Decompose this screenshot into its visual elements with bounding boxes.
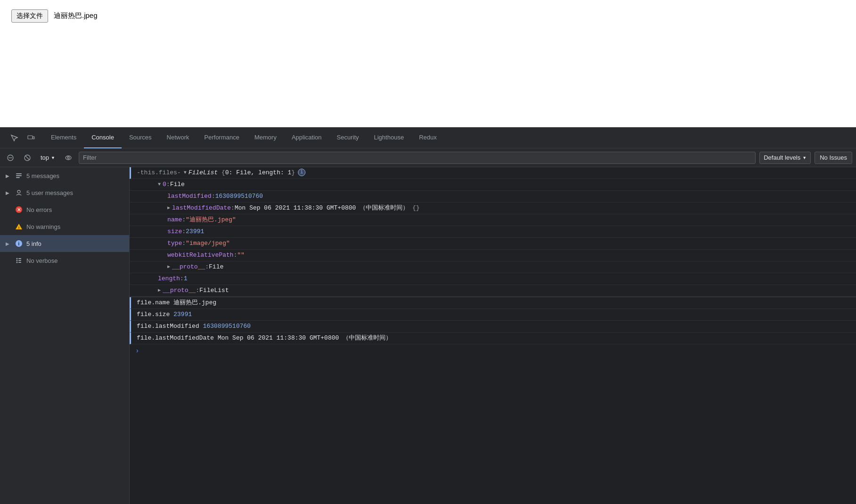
tree-length: length : 1 bbox=[130, 273, 856, 285]
tree-key-name: name bbox=[167, 216, 182, 224]
tree-obj-brace: {} bbox=[409, 204, 420, 212]
tree-colon-proto-file: : bbox=[205, 263, 209, 271]
tree-proto-filelist: ▶ __proto__ : FileList bbox=[130, 285, 856, 297]
sidebar-item-warnings[interactable]: ▶ ! No warnings bbox=[0, 218, 129, 235]
svg-line-5 bbox=[25, 155, 30, 160]
sidebar-errors-label: No errors bbox=[26, 206, 52, 213]
clear-console-icon[interactable] bbox=[4, 151, 17, 164]
log-lmd-label: file.lastModifiedDate bbox=[137, 334, 214, 342]
sidebar-item-user-messages[interactable]: ▶ 5 user messages bbox=[0, 184, 129, 201]
svg-rect-18 bbox=[18, 260, 21, 261]
svg-rect-1 bbox=[33, 137, 34, 139]
tab-redux[interactable]: Redux bbox=[412, 128, 444, 148]
svg-rect-0 bbox=[28, 136, 33, 139]
filelist-expand-icon[interactable]: ▼ bbox=[184, 169, 187, 177]
info-icon: i bbox=[15, 240, 23, 247]
tree-lastmodifieddate: ▶ lastModifiedDate : Mon Sep 06 2021 11:… bbox=[130, 203, 856, 214]
file-choose-button[interactable]: 选择文件 bbox=[11, 9, 48, 23]
expand-messages-icon: ▶ bbox=[6, 173, 11, 179]
sidebar-item-errors[interactable]: ▶ ✕ No errors bbox=[0, 201, 129, 218]
block-icon[interactable] bbox=[21, 151, 34, 164]
svg-point-7 bbox=[67, 157, 69, 159]
console-output[interactable]: -this.files- ▼ FileList { 0: File, lengt… bbox=[130, 167, 856, 504]
tree-key-size: size bbox=[167, 228, 182, 236]
levels-dropdown[interactable]: Default levels ▼ bbox=[759, 152, 811, 164]
tab-lighthouse[interactable]: Lighthouse bbox=[366, 128, 412, 148]
tab-application[interactable]: Application bbox=[284, 128, 329, 148]
sidebar-info-label: 5 info bbox=[26, 240, 41, 247]
svg-point-15 bbox=[16, 260, 18, 261]
log-lmd-value: Mon Sep 06 2021 11:38:30 GMT+0800 （中国标准时… bbox=[214, 334, 392, 342]
svg-text:!: ! bbox=[18, 226, 20, 230]
object-prefix: -this.files- bbox=[137, 169, 181, 177]
devtools-tab-bar: Elements Console Sources Network Perform… bbox=[0, 128, 856, 148]
svg-rect-9 bbox=[16, 175, 22, 176]
tab-memory[interactable]: Memory bbox=[247, 128, 284, 148]
console-line-filelastmodifieddate: file.lastModifiedDate Mon Sep 06 2021 11… bbox=[130, 333, 856, 344]
tab-elements[interactable]: Elements bbox=[43, 128, 84, 148]
info-badge-icon[interactable]: i bbox=[298, 169, 305, 176]
proto-filelist-expand-icon[interactable]: ▶ bbox=[158, 286, 161, 295]
error-icon: ✕ bbox=[15, 206, 23, 213]
messages-icon bbox=[15, 172, 23, 179]
devtools-tab-icons bbox=[4, 131, 41, 145]
levels-label: Default levels bbox=[764, 154, 800, 161]
tree-val-proto-filelist: FileList bbox=[199, 286, 229, 295]
browser-page: 选择文件 迪丽热巴.jpeg bbox=[0, 0, 856, 127]
verbose-icon bbox=[15, 257, 23, 264]
sidebar-item-messages[interactable]: ▶ 5 messages bbox=[0, 167, 129, 184]
console-toolbar: top ▼ Default levels ▼ No Issues bbox=[0, 148, 856, 167]
svg-point-14 bbox=[16, 258, 18, 260]
log-filesize-label: file.size bbox=[137, 310, 170, 319]
tree-key-lastmodified: lastModified bbox=[167, 192, 212, 201]
expand-info-icon: ▶ bbox=[6, 241, 11, 246]
tree-colon-0: : bbox=[166, 180, 170, 189]
sidebar-item-verbose[interactable]: ▶ No verbose bbox=[0, 252, 129, 269]
tree-val-name: "迪丽热巴.jpeg" bbox=[186, 216, 236, 224]
sidebar-user-messages-label: 5 user messages bbox=[26, 189, 73, 196]
svg-point-11 bbox=[17, 190, 20, 193]
user-icon bbox=[15, 189, 23, 196]
tree-val-lmd: Mon Sep 06 2021 11:38:30 GMT+0800 （中国标准时… bbox=[235, 204, 409, 212]
tab-security[interactable]: Security bbox=[329, 128, 366, 148]
tree-val-webkit: "" bbox=[237, 251, 245, 260]
tab-network[interactable]: Network bbox=[159, 128, 197, 148]
context-selector[interactable]: top ▼ bbox=[38, 153, 58, 162]
tree-val-type: "image/jpeg" bbox=[186, 239, 230, 248]
tree-proto-file: ▶ __proto__ : File bbox=[130, 261, 856, 273]
tree-val-file: File bbox=[170, 180, 185, 189]
eye-icon[interactable] bbox=[62, 151, 75, 164]
log-lm-label: file.lastModified bbox=[137, 322, 199, 331]
tree-colon-lm: : bbox=[212, 192, 215, 201]
console-line-filesize: file.size 23991 bbox=[130, 309, 856, 321]
proto-file-expand-icon[interactable]: ▶ bbox=[167, 263, 170, 271]
log-lm-value: 1630899510760 bbox=[199, 322, 251, 331]
tree-colon-name: : bbox=[182, 216, 186, 224]
tab-sources[interactable]: Sources bbox=[122, 128, 159, 148]
filter-input[interactable] bbox=[79, 152, 756, 164]
file-expand-icon[interactable]: ▼ bbox=[158, 180, 161, 189]
sidebar-item-info[interactable]: ▶ i 5 info bbox=[0, 235, 129, 252]
tree-key-proto-filelist: __proto__ bbox=[163, 286, 196, 295]
lastmodifieddate-expand-icon[interactable]: ▶ bbox=[167, 204, 170, 212]
svg-rect-17 bbox=[18, 258, 21, 259]
tree-key-0: 0 bbox=[163, 180, 166, 189]
inspect-element-icon[interactable] bbox=[8, 131, 21, 145]
file-name-display: 迪丽热巴.jpeg bbox=[54, 9, 98, 22]
tab-console[interactable]: Console bbox=[84, 128, 122, 148]
no-issues-button[interactable]: No Issues bbox=[815, 152, 852, 164]
filelist-brace-open: { bbox=[218, 169, 225, 177]
devtools-panel: Elements Console Sources Network Perform… bbox=[0, 127, 856, 504]
tree-webkitrelativepath: webkitRelativePath : "" bbox=[130, 250, 856, 261]
filelist-constructor: FileList bbox=[189, 169, 218, 177]
console-line-filelist-header: -this.files- ▼ FileList { 0: File, lengt… bbox=[130, 167, 856, 179]
context-dropdown-icon: ▼ bbox=[51, 155, 55, 160]
console-prompt-line[interactable]: › bbox=[130, 344, 856, 358]
tree-size: size : 23991 bbox=[130, 226, 856, 238]
levels-dropdown-icon: ▼ bbox=[802, 155, 807, 160]
tree-key-length: length bbox=[158, 275, 180, 283]
log-filesize-value: 23991 bbox=[170, 310, 192, 319]
tree-colon-lmd: : bbox=[231, 204, 235, 212]
tab-performance[interactable]: Performance bbox=[197, 128, 247, 148]
device-toolbar-icon[interactable] bbox=[25, 131, 38, 145]
